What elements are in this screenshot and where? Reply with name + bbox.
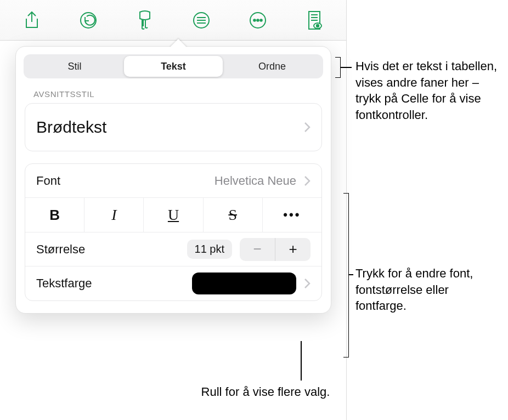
format-popover: Stil Tekst Ordne AVSNITTSSTIL Brødtekst …	[15, 46, 331, 314]
popover-tabs: Stil Tekst Ordne	[24, 54, 323, 78]
font-label: Font	[36, 174, 60, 188]
paragraph-style-current: Brødtekst	[36, 118, 106, 137]
tab-stil[interactable]: Stil	[25, 56, 124, 77]
reading-view-button[interactable]	[299, 5, 330, 36]
callout-scroll-hint: Rull for å vise flere valg.	[194, 384, 337, 400]
size-label: Størrelse	[36, 242, 85, 257]
italic-button[interactable]: I	[84, 198, 144, 232]
callout-bracket	[343, 193, 349, 357]
tab-tekst[interactable]: Tekst	[124, 56, 223, 77]
svg-point-4	[257, 19, 259, 21]
callout-font-hint: Trykk for å endre font, fontstørrelse el…	[355, 265, 498, 314]
callout-tabs-hint: Hvis det er tekst i tabellen, vises andr…	[355, 58, 498, 123]
chevron-right-icon	[304, 175, 311, 186]
format-brush-button[interactable]	[129, 5, 160, 36]
svg-point-3	[253, 19, 256, 21]
text-color-label: Tekstfarge	[36, 276, 92, 291]
size-decrease-button[interactable]: −	[240, 238, 275, 261]
chevron-right-icon	[304, 122, 311, 133]
paragraph-style-row[interactable]: Brødtekst	[25, 104, 321, 151]
font-card: Font Helvetica Neue B I U S ••• Størrels…	[25, 163, 322, 301]
svg-point-7	[317, 24, 319, 26]
more-button[interactable]	[242, 5, 273, 36]
font-row[interactable]: Font Helvetica Neue	[25, 164, 321, 198]
share-button[interactable]	[16, 5, 47, 36]
size-increase-button[interactable]: +	[275, 238, 311, 261]
tab-ordne[interactable]: Ordne	[223, 56, 321, 77]
size-row: Størrelse 11 pkt − +	[25, 232, 321, 266]
svg-point-5	[260, 19, 262, 21]
undo-button[interactable]	[73, 5, 104, 36]
size-display[interactable]: 11 pkt	[187, 240, 232, 259]
callout-leader	[301, 341, 302, 381]
underline-button[interactable]: U	[144, 198, 203, 232]
paragraph-style-card: Brødtekst	[25, 103, 322, 151]
size-stepper: − +	[240, 238, 311, 261]
strikethrough-button[interactable]: S	[204, 198, 263, 232]
typeface-style-row: B I U S •••	[25, 198, 321, 232]
top-toolbar	[0, 0, 346, 41]
text-color-swatch[interactable]	[192, 273, 296, 294]
callout-bracket	[335, 57, 341, 78]
section-header-avsnittsstil: AVSNITTSSTIL	[33, 89, 313, 99]
callout-leader	[349, 274, 353, 275]
chevron-right-icon	[304, 278, 311, 289]
more-text-options-button[interactable]: •••	[263, 198, 321, 232]
callout-leader	[341, 67, 352, 68]
text-color-row[interactable]: Tekstfarge	[25, 266, 321, 300]
bold-button[interactable]: B	[25, 198, 84, 232]
font-value: Helvetica Neue	[215, 174, 296, 188]
insert-button[interactable]	[186, 5, 217, 36]
app-window: Stil Tekst Ordne AVSNITTSSTIL Brødtekst …	[0, 0, 347, 420]
